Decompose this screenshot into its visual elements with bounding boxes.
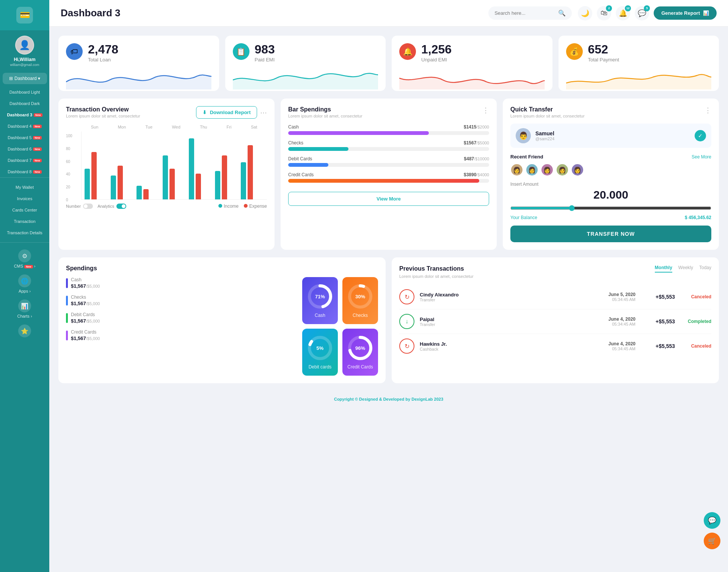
sidebar-item-transaction-details[interactable]: Transaction Details — [0, 227, 49, 238]
sidebar-item-apps[interactable]: 🌐 Apps › — [0, 271, 49, 296]
bag-badge: 2 — [606, 5, 612, 11]
bar-spendings-list: Cash $1415/$2000 Checks $1567/$5000 — [288, 124, 489, 183]
donut-cash-svg: 71% — [307, 283, 333, 310]
friend-avatars: 👩 👩 👩 👩 👩 — [510, 163, 711, 176]
sidebar-item-cms[interactable]: ⚙ CMS New › — [0, 246, 49, 271]
stat-card-unpaid-emi: 🔔 1,256 Unpaid EMI — [392, 36, 552, 91]
badge-new-7: New — [33, 159, 41, 162]
checks-category-bar — [66, 296, 68, 306]
transfer-now-button[interactable]: TRANSFER NOW — [510, 226, 711, 242]
trans-date-cindy: June 5, 2020 05:34:45 AM — [609, 292, 635, 302]
donut-debit-svg: 5% — [307, 335, 333, 361]
qt-avatar: 👨 — [516, 128, 531, 143]
friend-avatar-4[interactable]: 👩 — [556, 163, 569, 176]
footer: Copyright © Designed & Developed by Dexi… — [58, 391, 719, 407]
badge-new-8: New — [33, 170, 41, 174]
download-report-button[interactable]: ⬇ Download Report — [196, 106, 257, 119]
quick-transfer-card: Quick Transfer Lorem ipsum dolor sit ame… — [503, 99, 719, 250]
total-loan-number: 2,478 — [88, 43, 118, 55]
sidebar-item-dashboard-4[interactable]: Dashboard 4 New — [0, 121, 49, 132]
donut-debit: 5% Debit cards — [302, 329, 338, 376]
search-input[interactable] — [494, 10, 555, 16]
number-toggle-switch[interactable] — [83, 204, 93, 209]
spend-item-checks: Checks $1567/$5000 — [288, 140, 489, 151]
friend-avatar-1[interactable]: 👩 — [510, 163, 523, 176]
donut-cash: 71% Cash — [302, 277, 338, 324]
svg-text:96%: 96% — [355, 345, 365, 351]
see-more-link[interactable]: See More — [692, 154, 711, 160]
bell-btn[interactable]: 🔔 12 — [616, 6, 630, 20]
bag-btn[interactable]: 🛍 2 — [597, 6, 611, 20]
sidebar-item-dashboard-8[interactable]: Dashboard 8 New — [0, 166, 49, 177]
more-options-btn[interactable]: ⋯ — [260, 108, 267, 117]
sidebar-user: 👤 Hi,William william@gmail.com — [7, 30, 42, 71]
svg-text:71%: 71% — [315, 294, 325, 299]
stat-card-total-payment: 💰 652 Total Payment — [559, 36, 719, 91]
dashboard-dropdown-btn[interactable]: ⊞ Dashboard ▾ — [3, 73, 47, 84]
moon-btn[interactable]: 🌙 — [578, 6, 592, 20]
sidebar-item-charts[interactable]: 📊 Charts › — [0, 296, 49, 321]
amount-slider[interactable] — [510, 205, 711, 211]
sidebar-item-dashboard-5[interactable]: Dashboard 5 New — [0, 132, 49, 143]
stat-card-paid-emi: 📋 983 Paid EMI — [225, 36, 386, 91]
trans-icon-cindy: ↻ — [399, 289, 414, 304]
paid-emi-number: 983 — [255, 43, 275, 55]
total-loan-wave — [66, 69, 212, 89]
bar-wed-teal — [163, 155, 168, 199]
tab-monthly[interactable]: Monthly — [655, 265, 672, 273]
avatar: 👤 — [15, 36, 34, 55]
tab-weekly[interactable]: Weekly — [678, 265, 693, 273]
sidebar-item-dashboard-light[interactable]: Dashboard Light — [0, 86, 49, 98]
donut-cash-label: Cash — [315, 313, 325, 318]
sidebar-item-transaction[interactable]: Transaction — [0, 216, 49, 227]
bar-spendings-more-btn[interactable]: ⋮ — [482, 106, 489, 114]
msg-btn[interactable]: 💬 5 — [635, 6, 649, 20]
tab-today[interactable]: Today — [699, 265, 711, 273]
float-cart-btn[interactable]: 🛒 — [704, 533, 720, 549]
msg-badge: 5 — [644, 5, 650, 11]
bar-tue-teal — [136, 186, 142, 199]
chart-icon: 📊 — [703, 10, 709, 16]
sidebar-item-star[interactable]: ⭐ — [0, 321, 49, 340]
float-support-btn[interactable]: 💬 — [704, 512, 720, 529]
sidebar-menu: My Wallet Invoices Cards Center Transact… — [0, 177, 49, 242]
sidebar-item-dashboard-6[interactable]: Dashboard 6 New — [0, 143, 49, 155]
bar-chart-area: 100806040200 — [81, 132, 267, 200]
analytics-toggle-switch[interactable] — [116, 204, 126, 209]
bar-sun-teal — [85, 169, 90, 199]
download-icon: ⬇ — [202, 110, 207, 115]
sidebar-item-dashboard-7[interactable]: Dashboard 7 New — [0, 155, 49, 166]
balance-label: Your Balance — [510, 215, 537, 220]
qt-handle: @sam224 — [535, 136, 554, 141]
quick-transfer-more-btn[interactable]: ⋮ — [704, 106, 711, 114]
generate-report-button[interactable]: Generate Report 📊 — [654, 6, 717, 20]
unpaid-emi-icon: 🔔 — [399, 43, 416, 60]
friend-avatar-5[interactable]: 👩 — [571, 163, 584, 176]
sidebar-item-wallet[interactable]: My Wallet — [0, 182, 49, 193]
badge-new-5: New — [33, 136, 41, 139]
star-icon: ⭐ — [18, 324, 31, 337]
sidebar-item-cards-center[interactable]: Cards Center — [0, 204, 49, 216]
friend-avatar-2[interactable]: 👩 — [526, 163, 538, 176]
bar-group-tue — [136, 132, 160, 199]
cash-bar — [288, 131, 429, 135]
balance-value: $ 456,345.62 — [685, 215, 711, 220]
trans-amount-cindy: +$5,553 — [648, 294, 675, 300]
sidebar-item-dashboard-3[interactable]: Dashboard 3 New — [0, 109, 49, 121]
dashboard-icon: ⊞ — [9, 76, 13, 81]
total-payment-label: Total Payment — [588, 57, 619, 63]
insert-amount-label: Insert Amount — [510, 182, 711, 187]
sidebar: 💳 👤 Hi,William william@gmail.com ⊞ Dashb… — [0, 0, 49, 572]
content-area: 🏷 2,478 Total Loan 📋 983 Pai — [49, 27, 728, 417]
spendings-card: Spendings Cash $1,567/$5,000 — [58, 257, 386, 383]
trans-status-hawkins: Canceled — [685, 343, 711, 349]
bar-group-sat — [241, 132, 264, 199]
friend-avatar-3[interactable]: 👩 — [541, 163, 554, 176]
sidebar-item-dashboard-dark[interactable]: Dashboard Dark — [0, 98, 49, 109]
search-box[interactable]: 🔍 — [488, 6, 572, 20]
spend-list-item-cash: Cash $1,567/$5,000 — [66, 277, 296, 289]
expense-legend: Expense — [244, 204, 267, 209]
sidebar-item-invoices[interactable]: Invoices — [0, 193, 49, 204]
view-more-button[interactable]: View More — [288, 192, 489, 206]
spend-category-list: Cash $1,567/$5,000 Checks $1,567/$5,000 — [66, 277, 296, 376]
